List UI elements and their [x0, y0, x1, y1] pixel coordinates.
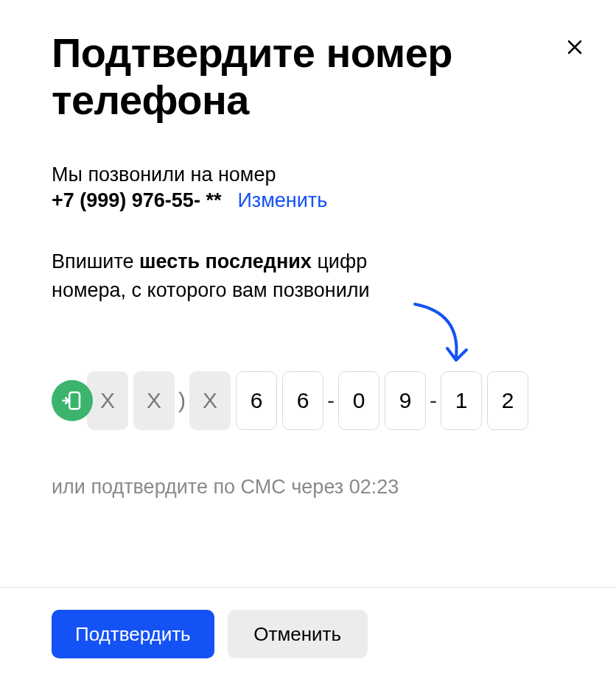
- separator-paren: ): [178, 371, 186, 430]
- instruction-pre: Впишите: [52, 250, 139, 272]
- digit-input-4[interactable]: [385, 371, 426, 430]
- digit-input-3[interactable]: [338, 371, 379, 430]
- instruction-text: Впишите шесть последних цифр номера, с к…: [52, 247, 435, 305]
- instruction-bold: шесть последних: [139, 250, 312, 272]
- close-icon: [566, 38, 584, 56]
- digit-input-1[interactable]: [236, 371, 277, 430]
- sms-countdown-text: или подтвердите по СМС через 02:23: [52, 476, 564, 499]
- svg-rect-0: [69, 393, 80, 409]
- separator-dash-2: -: [430, 371, 437, 430]
- sms-timer: 02:23: [349, 476, 399, 498]
- cancel-button[interactable]: Отменить: [228, 610, 368, 658]
- digit-input-5[interactable]: [441, 371, 482, 430]
- call-info-text: Мы позвонили на номер: [52, 161, 564, 189]
- incoming-call-icon: [52, 380, 93, 421]
- digit-input-2[interactable]: [282, 371, 323, 430]
- close-button[interactable]: [563, 35, 587, 59]
- digit-placeholder-2: X: [133, 371, 175, 430]
- digit-input-6[interactable]: [487, 371, 528, 430]
- change-phone-link[interactable]: Изменить: [237, 189, 327, 212]
- digit-input-row: X X ) X - -: [52, 371, 564, 430]
- separator-dash-1: -: [327, 371, 335, 430]
- modal-title: Подтвердите номер телефона: [52, 29, 564, 124]
- footer-actions: Подтвердить Отменить: [0, 587, 616, 658]
- phone-masked: +7 (999) 976-55- **: [52, 189, 221, 212]
- confirm-button[interactable]: Подтвердить: [52, 610, 214, 658]
- digit-placeholder-3: X: [189, 371, 231, 430]
- digit-placeholder-1: X: [87, 371, 128, 430]
- arrow-icon: [409, 298, 475, 375]
- sms-text-pre: или подтвердите по СМС через: [52, 476, 349, 498]
